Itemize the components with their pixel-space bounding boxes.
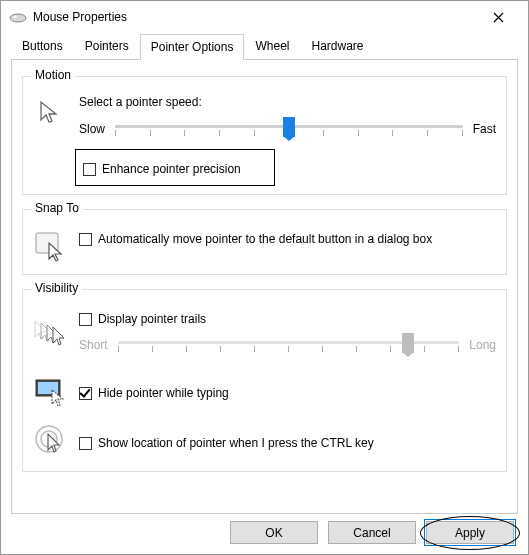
hide-pointer-checkbox[interactable] bbox=[79, 387, 92, 400]
close-button[interactable] bbox=[476, 2, 520, 32]
group-motion: Motion Select a pointer speed: Slow Fas bbox=[22, 76, 507, 195]
tab-strip: Buttons Pointers Pointer Options Wheel H… bbox=[1, 33, 528, 59]
group-snap-to: Snap To Automatically move pointer to th… bbox=[22, 209, 507, 275]
dialog-buttons: OK Cancel Apply bbox=[230, 521, 514, 544]
window-title: Mouse Properties bbox=[33, 10, 476, 24]
cursor-speed-icon bbox=[33, 95, 69, 131]
svg-point-0 bbox=[10, 14, 26, 22]
slow-label: Slow bbox=[79, 122, 105, 136]
ok-button[interactable]: OK bbox=[230, 521, 318, 544]
pointer-speed-label: Select a pointer speed: bbox=[79, 95, 496, 109]
cancel-button[interactable]: Cancel bbox=[328, 521, 416, 544]
pointer-trails-icon bbox=[33, 316, 69, 352]
group-visibility-legend: Visibility bbox=[31, 281, 82, 295]
enhance-precision-checkbox[interactable] bbox=[83, 163, 96, 176]
titlebar: Mouse Properties bbox=[1, 1, 528, 33]
ctrl-locate-label: Show location of pointer when I press th… bbox=[98, 436, 374, 450]
close-icon bbox=[493, 12, 504, 23]
svg-point-1 bbox=[13, 16, 17, 18]
apply-button[interactable]: Apply bbox=[426, 521, 514, 544]
group-motion-legend: Motion bbox=[31, 68, 75, 82]
tab-pointers[interactable]: Pointers bbox=[74, 33, 140, 59]
group-visibility: Visibility Display pointer trails bbox=[22, 289, 507, 471]
pointer-speed-slider[interactable] bbox=[115, 115, 463, 143]
group-snap-to-legend: Snap To bbox=[31, 201, 83, 215]
tab-hardware[interactable]: Hardware bbox=[300, 33, 374, 59]
tab-wheel[interactable]: Wheel bbox=[244, 33, 300, 59]
fast-label: Fast bbox=[473, 122, 496, 136]
pointer-trails-checkbox[interactable] bbox=[79, 313, 92, 326]
tab-panel: Motion Select a pointer speed: Slow Fas bbox=[11, 59, 518, 514]
svg-rect-4 bbox=[38, 382, 58, 394]
enhance-precision-label: Enhance pointer precision bbox=[102, 162, 241, 176]
trail-length-slider bbox=[118, 331, 460, 359]
tab-pointer-options[interactable]: Pointer Options bbox=[140, 34, 245, 60]
snap-to-icon bbox=[33, 228, 69, 264]
mouse-properties-window: Mouse Properties Buttons Pointers Pointe… bbox=[0, 0, 529, 555]
hide-pointer-icon bbox=[33, 373, 69, 409]
ctrl-locate-checkbox[interactable] bbox=[79, 437, 92, 450]
mouse-icon bbox=[9, 12, 27, 22]
enhance-precision-highlight: Enhance pointer precision bbox=[75, 149, 275, 186]
ctrl-locate-icon bbox=[33, 423, 69, 459]
long-label: Long bbox=[469, 338, 496, 352]
tab-buttons[interactable]: Buttons bbox=[11, 33, 74, 59]
snap-to-checkbox[interactable] bbox=[79, 233, 92, 246]
short-label: Short bbox=[79, 338, 108, 352]
snap-to-label: Automatically move pointer to the defaul… bbox=[98, 232, 432, 246]
hide-pointer-label: Hide pointer while typing bbox=[98, 386, 229, 400]
pointer-trails-label: Display pointer trails bbox=[98, 312, 206, 326]
